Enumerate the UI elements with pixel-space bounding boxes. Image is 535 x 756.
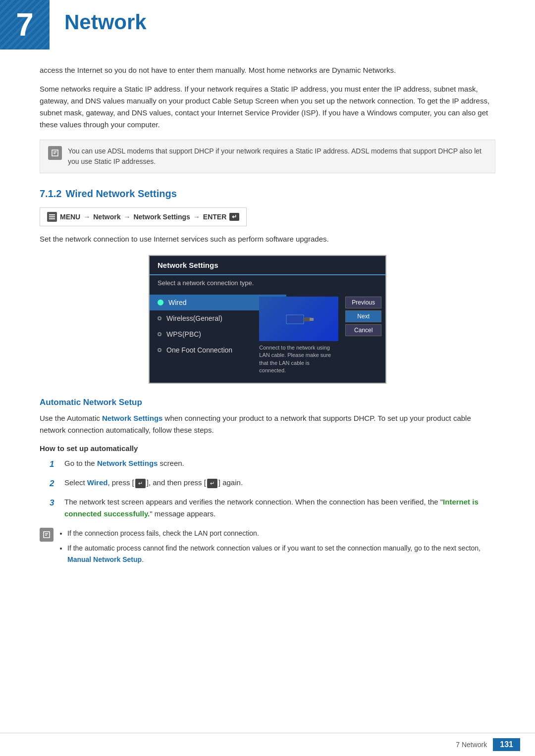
section-heading: 7.1.2Wired Network Settings bbox=[40, 188, 495, 200]
step-3-num: 3 bbox=[50, 496, 58, 509]
dialog-box: Network Settings Select a network connec… bbox=[149, 255, 386, 384]
note-bullet-1: If the connection process fails, check t… bbox=[67, 528, 495, 539]
note-bullet-list: If the connection process fails, check t… bbox=[67, 528, 495, 569]
cancel-button[interactable]: Cancel bbox=[345, 324, 381, 336]
dialog-container: Network Settings Select a network connec… bbox=[40, 255, 495, 384]
cable-graphic bbox=[284, 309, 314, 329]
main-content: access the Internet so you do not have t… bbox=[0, 64, 535, 616]
enter-btn: ↵ bbox=[229, 213, 239, 221]
dialog-title-bar: Network Settings bbox=[150, 256, 385, 275]
menu-path-menu: MENU bbox=[60, 213, 80, 221]
note-with-bullets: If the connection process fails, check t… bbox=[40, 528, 495, 569]
page-footer: 7 Network 131 bbox=[0, 733, 535, 756]
chapter-number: 7 bbox=[16, 6, 34, 43]
note-bullet-2: If the automatic process cannot find the… bbox=[67, 543, 495, 565]
step-1-text: Go to the Network Settings screen. bbox=[64, 457, 184, 469]
menu-path-enter: ENTER bbox=[203, 213, 226, 221]
note-text: You can use ADSL modems that support DHC… bbox=[68, 146, 487, 167]
svg-rect-2 bbox=[49, 218, 55, 219]
step-2: 2 Select Wired, press [↵], and then pres… bbox=[50, 477, 495, 490]
svg-rect-3 bbox=[286, 315, 304, 324]
note-box: You can use ADSL modems that support DHC… bbox=[40, 140, 495, 173]
step-2-text: Select Wired, press [↵], and then press … bbox=[64, 477, 243, 489]
chapter-header: 7 Network bbox=[0, 0, 535, 50]
auto-desc-bold: Network Settings bbox=[102, 414, 163, 422]
dialog-hint: Connect to the network using LAN cable. … bbox=[259, 344, 333, 375]
dialog-buttons: Previous Next Cancel bbox=[345, 297, 381, 336]
previous-button[interactable]: Previous bbox=[345, 297, 381, 308]
enter-key-2: ↵ bbox=[207, 479, 217, 489]
svg-rect-1 bbox=[49, 216, 55, 217]
section-description: Set the network connection to use Intern… bbox=[40, 233, 495, 245]
dialog-image-area bbox=[259, 297, 338, 341]
step-1: 1 Go to the Network Settings screen. bbox=[50, 457, 495, 471]
intro-para-2: Some networks require a Static IP addres… bbox=[40, 83, 495, 131]
auto-setup-heading: Automatic Network Setup bbox=[40, 398, 495, 407]
how-to-heading: How to set up automatically bbox=[40, 444, 495, 453]
note-icon bbox=[48, 146, 62, 160]
dialog-right: Connect to the network using LAN cable. … bbox=[286, 293, 385, 379]
chapter-title: Network bbox=[50, 0, 161, 45]
step-1-num: 1 bbox=[50, 457, 58, 471]
menu-path: MENU → Network → Network Settings → ENTE… bbox=[40, 207, 247, 226]
svg-rect-5 bbox=[310, 318, 314, 321]
footer-chapter: 7 Network bbox=[456, 741, 487, 749]
auto-desc-prefix: Use the Automatic bbox=[40, 414, 102, 422]
step-3: 3 The network test screen appears and ve… bbox=[50, 496, 495, 520]
radio-one-foot bbox=[158, 348, 161, 352]
intro-para-1: access the Internet so you do not have t… bbox=[40, 64, 495, 76]
enter-key-1: ↵ bbox=[135, 479, 146, 489]
radio-wps-pbc bbox=[158, 332, 161, 336]
menu-path-network: Network bbox=[93, 213, 120, 221]
steps-list: 1 Go to the Network Settings screen. 2 S… bbox=[50, 457, 495, 520]
footer-page: 131 bbox=[493, 738, 520, 751]
auto-setup-description: Use the Automatic Network Settings when … bbox=[40, 412, 495, 436]
chapter-number-block: 7 bbox=[0, 0, 50, 50]
dialog-title: Network Settings bbox=[158, 261, 218, 269]
menu-icon bbox=[47, 212, 57, 222]
step-3-text: The network test screen appears and veri… bbox=[64, 496, 495, 520]
menu-path-settings: Network Settings bbox=[133, 213, 190, 221]
radio-wired bbox=[158, 300, 163, 305]
dialog-subtitle: Select a network connection type. bbox=[158, 279, 377, 287]
radio-wireless-general bbox=[158, 316, 161, 320]
svg-rect-0 bbox=[49, 214, 55, 215]
note-icon-sm bbox=[40, 528, 54, 542]
dialog-body: Wired Wireless(General) WPS(PBC) bbox=[150, 289, 385, 383]
next-button[interactable]: Next bbox=[345, 310, 381, 322]
step-2-num: 2 bbox=[50, 477, 58, 490]
